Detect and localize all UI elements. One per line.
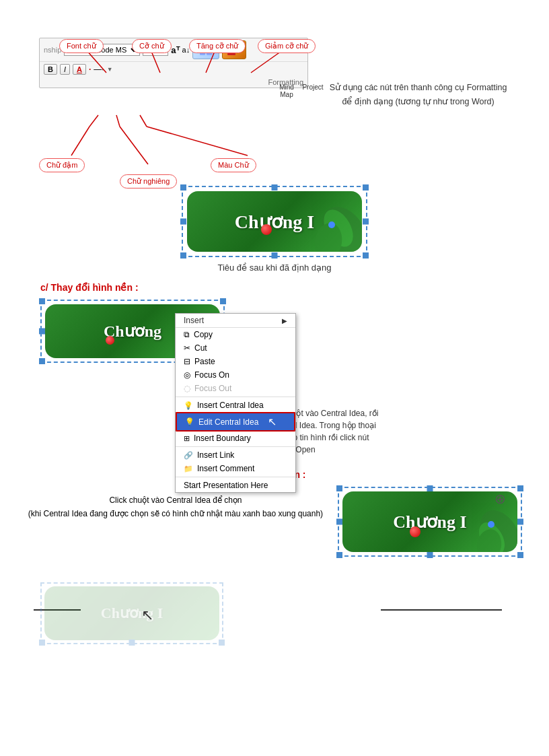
c-handle-ml	[39, 329, 45, 335]
menu-insert-link-label: Insert Link	[197, 450, 234, 460]
selection-border: Chương I	[182, 186, 367, 257]
d-handle-tm	[427, 485, 433, 491]
c-handle-tl	[39, 298, 45, 304]
context-menu: Insert ▶ ⧉ Copy ✂ Cut ⊟ Paste ◎ Focus	[175, 313, 296, 493]
section-c-content: Chương Insert ▶ ⧉ Copy ✂ Cut ⊟	[27, 300, 536, 456]
mindmap-label: Mind Map	[273, 83, 300, 98]
menu-insert-label: Insert	[184, 316, 204, 325]
handle-bl	[180, 252, 186, 259]
menu-insert-comment[interactable]: 📁 Insert Comment	[176, 462, 295, 475]
bold-callout: Chữ đậm	[39, 158, 85, 172]
menu-sep-1	[176, 397, 295, 397]
d-line1: Click chuột vào Central Idea để chọn	[27, 493, 324, 507]
menu-insert-header[interactable]: Insert ▶	[176, 314, 295, 328]
menu-edit-central-label: Edit Central Idea	[198, 417, 258, 427]
mind-node-1[interactable]: Chương I	[187, 191, 362, 252]
red-dot-c	[106, 336, 114, 345]
menu-focus-out: ◌ Focus Out	[176, 382, 295, 395]
handle-bm	[272, 252, 278, 259]
font-callout: Font chữ	[59, 39, 104, 53]
svg-line-9	[140, 115, 147, 127]
svg-line-7	[116, 115, 120, 127]
c-handle-bl	[39, 358, 45, 364]
menu-copy[interactable]: ⧉ Copy	[176, 328, 295, 341]
ghost-handle-bl	[39, 640, 45, 646]
svg-line-8	[147, 127, 248, 156]
node-text-d: Chương I	[393, 512, 466, 532]
tb-dash: —·	[94, 65, 104, 74]
menu-start-presentation[interactable]: Start Presentation Here	[176, 479, 295, 492]
menu-insert-central-label: Insert Central Idea	[197, 401, 264, 410]
menu-cut-label: Cut	[194, 343, 207, 353]
d-handle-mr	[517, 519, 523, 525]
increase-callout: Tăng cỡ chữ	[189, 39, 246, 53]
formatted-title-section: Chương I Tiêu đề sau khi đã định dạng	[13, 186, 536, 273]
menu-edit-central[interactable]: 💡 Edit Central Idea ↖	[176, 412, 295, 432]
menu-focus-on-label: Focus On	[194, 370, 229, 380]
d-handle-br	[517, 552, 523, 558]
focus-out-icon: ◌	[184, 384, 190, 393]
blue-dot	[328, 221, 335, 228]
menu-insert-link[interactable]: 🔗 Insert Link	[176, 448, 295, 462]
boundary-icon: ⊞	[184, 434, 190, 443]
bottom-line-right	[381, 609, 502, 611]
bottom-section: Chương I ↖	[13, 570, 536, 651]
menu-start-label: Start Presentation Here	[184, 481, 268, 490]
handle-tr	[363, 184, 369, 191]
handle-tl	[180, 184, 186, 191]
focus-on-icon: ◎	[184, 370, 190, 380]
svg-line-5	[89, 115, 98, 127]
project-label: Project	[301, 83, 325, 91]
d-handle-ml	[336, 519, 342, 525]
menu-focus-on[interactable]: ◎ Focus On	[176, 368, 295, 382]
formatting-section: Font chữ Cỡ chữ Tăng cỡ chữ Giảm cỡ chữ …	[19, 13, 530, 179]
mind-node-d[interactable]: Chương I	[342, 491, 517, 552]
menu-insert-boundary[interactable]: ⊞ Insert Boundary	[176, 432, 295, 445]
red-dot-d	[410, 526, 420, 537]
menu-cut[interactable]: ✂ Cut	[176, 341, 295, 355]
menu-insert-comment-label: Insert Comment	[197, 464, 254, 473]
section-c-node-area: Chương Insert ▶ ⧉ Copy ✂ Cut ⊟	[40, 300, 225, 363]
menu-copy-label: Copy	[194, 330, 213, 339]
c-handle-tr	[220, 298, 226, 304]
handle-ml	[180, 219, 186, 225]
decrease-callout: Giảm cỡ chữ	[258, 39, 316, 53]
grow-font-btn[interactable]: aᵀ	[171, 45, 179, 55]
description-text: Sử dụng các nút trên thanh công cụ Forma…	[330, 83, 507, 106]
page: Font chữ Cỡ chữ Tăng cỡ chữ Giảm cỡ chữ …	[0, 0, 549, 756]
color-indicator: ·	[89, 65, 91, 74]
menu-paste[interactable]: ⊟ Paste	[176, 355, 295, 368]
menu-insert-central[interactable]: 💡 Insert Central Idea	[176, 399, 295, 412]
caption-1: Tiêu đề sau khi đã định dạng	[13, 263, 536, 273]
color-button[interactable]: A	[73, 64, 86, 75]
svg-line-6	[120, 127, 148, 164]
ghost-text: Chương I	[101, 605, 163, 622]
paste-icon: ⊟	[184, 357, 190, 366]
formatting-description: Sử dụng các nút trên thanh công cụ Forma…	[324, 13, 513, 110]
menu-arrow: ▶	[282, 317, 287, 324]
menu-focus-out-label: Focus Out	[194, 384, 231, 393]
edit-central-icon: 💡	[185, 417, 194, 426]
section-c-title: c/ Thay đổi hình nền :	[13, 282, 536, 293]
cut-icon: ✂	[184, 343, 190, 353]
formatting-left: Font chữ Cỡ chữ Tăng cỡ chữ Giảm cỡ chữ …	[19, 13, 322, 179]
italic-callout: Chữ nghiêng	[120, 174, 177, 188]
d-handle-bm	[427, 552, 433, 558]
formatting-label: Formatting	[40, 77, 307, 88]
italic-button[interactable]: I	[60, 64, 70, 75]
handle-mr	[363, 219, 369, 225]
color-callout: Màu Chữ	[211, 158, 256, 172]
bold-button[interactable]: B	[44, 64, 57, 75]
comment-icon: 📁	[184, 465, 193, 473]
insert-central-icon: 💡	[184, 401, 193, 410]
handle-br	[363, 252, 369, 259]
d-handle-tr	[517, 485, 523, 491]
menu-insert-boundary-label: Insert Boundary	[194, 434, 251, 443]
svg-line-4	[71, 127, 89, 156]
toolbar-row-2: B I A · —· ▼	[40, 62, 307, 77]
move-icon: ⊕	[495, 491, 506, 507]
more-btn[interactable]: ▼	[107, 66, 113, 73]
node-text-1: Chương I	[235, 211, 314, 233]
size-callout: Cỡ chữ	[132, 39, 172, 53]
blue-dot-d	[488, 521, 495, 528]
